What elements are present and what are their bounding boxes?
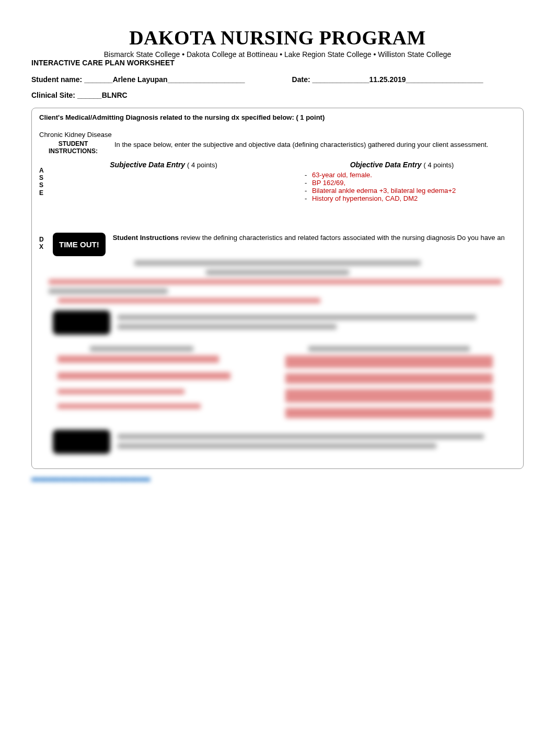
diagnosis-value: Chronic Kidney Disease [39,131,516,139]
objective-heading: Objective Data Entry [350,161,422,169]
blurred-timeout-1 [53,311,110,335]
clinical-site-field: Clinical Site: ______BLNRC [31,91,524,99]
subjective-points: ( 4 points) [187,161,217,169]
clinical-site-value: BLNRC [102,91,128,99]
student-name-value: Arlene Layupan [113,75,168,84]
student-name-label: Student name: [31,75,84,84]
date-value: 11.25.2019 [369,75,406,84]
student-name-field: Student name: _______Arlene Layupan_____… [31,75,245,84]
blurred-content [39,260,516,454]
objective-item: History of hypertension, CAD, DM2 [305,194,512,202]
dx-instructions-rest: review the defining characteristics and … [181,234,505,242]
subjective-heading: Subjective Data Entry [110,161,185,169]
dx-letters: D X [39,233,50,251]
blurred-timeout-2 [53,430,110,454]
dx-instructions-bold: Student Instructions [113,234,181,242]
date-field: Date: ______________11.25.2019__________… [292,75,483,84]
student-instructions-label: STUDENT INSTRUCTIONS: [39,141,107,155]
care-plan-box: Client's Medical/Admitting Diagnosis rel… [31,108,524,469]
date-label: Date: [292,75,313,84]
timeout-badge: TIME OUT! [53,233,106,256]
student-instructions-text: In the space below, enter the subjective… [107,141,516,148]
objective-column: Objective Data Entry ( 4 points) 63-year… [288,158,516,228]
colleges-subtitle: Bismarck State College • Dakota College … [31,50,524,59]
clinical-site-label: Clinical Site: [31,91,77,99]
worksheet-label: INTERACTIVE CARE PLAN WORKSHEET [31,59,524,67]
dx-instructions: Student Instructions review the defining… [106,233,516,242]
asse-letters: A S S E [39,158,50,228]
objective-list: 63-year old, female. BP 162/69, Bilatera… [305,171,512,202]
footer-link-blurred: ■■■■■■■■■■■■■■■■■■■■■■■■■■■■■ [31,475,524,483]
objective-item: BP 162/69, [305,179,512,187]
objective-points: ( 4 points) [424,161,454,169]
objective-item: Bilateral ankle edema +3, bilateral leg … [305,187,512,194]
subjective-column: Subjective Data Entry ( 4 points) [50,158,278,228]
diagnosis-label: Client's Medical/Admitting Diagnosis rel… [39,113,516,121]
objective-item: 63-year old, female. [305,171,512,179]
page-title: DAKOTA NURSING PROGRAM [31,26,524,49]
